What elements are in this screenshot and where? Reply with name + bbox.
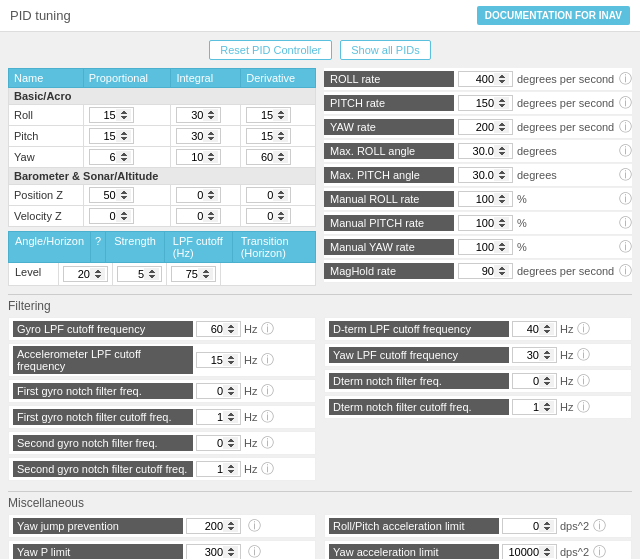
yaw-p-limit-info-icon[interactable]: ⓘ bbox=[248, 543, 261, 559]
filter-row-yaw-lpf: Yaw LPF cutoff frequency Hz ⓘ bbox=[324, 343, 632, 367]
yaw-p-input[interactable] bbox=[89, 149, 134, 165]
dterm-notch-cutoff-unit: Hz bbox=[560, 401, 573, 413]
gyro-lpf-info-icon[interactable]: ⓘ bbox=[261, 320, 274, 338]
misc-left: Yaw jump prevention ⓘ Yaw P limit ⓘ Roll… bbox=[8, 514, 316, 559]
gyro-notch2-info-icon[interactable]: ⓘ bbox=[261, 434, 274, 452]
yaw-accel-limit-input[interactable] bbox=[502, 544, 557, 559]
accel-lpf-info-icon[interactable]: ⓘ bbox=[261, 351, 274, 369]
pitch-d-input[interactable] bbox=[246, 128, 291, 144]
max-roll-angle-unit: degrees bbox=[517, 145, 615, 157]
maghold-rate-input[interactable] bbox=[458, 263, 513, 279]
dterm-notch-cutoff-label: Dterm notch filter cutoff freq. bbox=[329, 399, 509, 415]
gyro-notch1-cutoff-info-icon[interactable]: ⓘ bbox=[261, 408, 274, 426]
pitch-i-input[interactable] bbox=[176, 128, 221, 144]
roll-rate-label: ROLL rate bbox=[324, 71, 454, 87]
yaw-accel-limit-info-icon[interactable]: ⓘ bbox=[593, 543, 606, 559]
velz-d-input[interactable] bbox=[246, 208, 291, 224]
dterm-notch-cutoff-info-icon[interactable]: ⓘ bbox=[577, 398, 590, 416]
strength-input[interactable] bbox=[63, 266, 108, 282]
gyro-lpf-input[interactable] bbox=[196, 321, 241, 337]
filter-row-gyro-notch1: First gyro notch filter freq. Hz ⓘ bbox=[8, 379, 316, 403]
manual-pitch-rate-info-icon[interactable]: ⓘ bbox=[619, 214, 632, 232]
table-row: Velocity Z bbox=[9, 206, 316, 227]
yaw-i-input[interactable] bbox=[176, 149, 221, 165]
manual-yaw-rate-info-icon[interactable]: ⓘ bbox=[619, 238, 632, 256]
manual-roll-rate-info-icon[interactable]: ⓘ bbox=[619, 190, 632, 208]
filtering-right: D-term LPF cutoff frequency Hz ⓘ Yaw LPF… bbox=[324, 317, 632, 483]
yaw-d-input[interactable] bbox=[246, 149, 291, 165]
misc-row-rp-accel-limit: Roll/Pitch acceleration limit dps^2 ⓘ bbox=[324, 514, 632, 538]
pitch-rate-input[interactable] bbox=[458, 95, 513, 111]
manual-yaw-rate-input[interactable] bbox=[458, 239, 513, 255]
yaw-jump-input[interactable] bbox=[186, 518, 241, 534]
posz-d-input[interactable] bbox=[246, 187, 291, 203]
section-barometer: Barometer & Sonar/Altitude bbox=[9, 168, 316, 185]
yaw-jump-info-icon[interactable]: ⓘ bbox=[248, 517, 261, 535]
velz-i-input[interactable] bbox=[176, 208, 221, 224]
rate-row-pitch: PITCH rate degrees per second ⓘ bbox=[324, 92, 632, 115]
gyro-notch2-unit: Hz bbox=[244, 437, 257, 449]
gyro-notch2-cutoff-info-icon[interactable]: ⓘ bbox=[261, 460, 274, 478]
gyro-notch2-cutoff-unit: Hz bbox=[244, 463, 257, 475]
gyro-notch2-label: Second gyro notch filter freq. bbox=[13, 435, 193, 451]
dterm-lpf-input[interactable] bbox=[512, 321, 557, 337]
rp-accel-limit-info-icon[interactable]: ⓘ bbox=[593, 517, 606, 535]
angle-horizon-help-icon[interactable]: ? bbox=[91, 231, 106, 263]
roll-rate-input[interactable] bbox=[458, 71, 513, 87]
manual-roll-rate-input[interactable] bbox=[458, 191, 513, 207]
gyro-notch1-cutoff-input[interactable] bbox=[196, 409, 241, 425]
doc-button[interactable]: DOCUMENTATION FOR INAV bbox=[477, 6, 630, 25]
manual-roll-rate-unit: % bbox=[517, 193, 615, 205]
lpf-input[interactable] bbox=[117, 266, 162, 282]
gyro-notch1-info-icon[interactable]: ⓘ bbox=[261, 382, 274, 400]
roll-p-input[interactable] bbox=[89, 107, 134, 123]
yaw-rate-input[interactable] bbox=[458, 119, 513, 135]
velz-p-input[interactable] bbox=[89, 208, 134, 224]
page-title: PID tuning bbox=[10, 8, 71, 23]
table-row: Pitch bbox=[9, 126, 316, 147]
top-bar: PID tuning DOCUMENTATION FOR INAV bbox=[0, 0, 640, 32]
max-pitch-angle-info-icon[interactable]: ⓘ bbox=[619, 166, 632, 184]
misc-row-yaw-jump: Yaw jump prevention ⓘ bbox=[8, 514, 316, 538]
dterm-notch-cutoff-input[interactable] bbox=[512, 399, 557, 415]
filter-row-gyro-lpf: Gyro LPF cutoff frequency Hz ⓘ bbox=[8, 317, 316, 341]
transition-input[interactable] bbox=[171, 266, 216, 282]
max-roll-angle-info-icon[interactable]: ⓘ bbox=[619, 142, 632, 160]
posz-p-input[interactable] bbox=[89, 187, 134, 203]
gyro-notch1-input[interactable] bbox=[196, 383, 241, 399]
filter-row-gyro-notch2: Second gyro notch filter freq. Hz ⓘ bbox=[8, 431, 316, 455]
yaw-lpf-info-icon[interactable]: ⓘ bbox=[577, 346, 590, 364]
gyro-notch2-cutoff-input[interactable] bbox=[196, 461, 241, 477]
accel-lpf-input[interactable] bbox=[196, 352, 241, 368]
table-row: Roll bbox=[9, 105, 316, 126]
accel-lpf-unit: Hz bbox=[244, 354, 257, 366]
yaw-lpf-label: Yaw LPF cutoff frequency bbox=[329, 347, 509, 363]
misc-row-yaw-p-limit: Yaw P limit ⓘ bbox=[8, 540, 316, 559]
roll-i-input[interactable] bbox=[176, 107, 221, 123]
dterm-lpf-info-icon[interactable]: ⓘ bbox=[577, 320, 590, 338]
maghold-rate-info-icon[interactable]: ⓘ bbox=[619, 262, 632, 280]
max-pitch-angle-input[interactable] bbox=[458, 167, 513, 183]
dterm-notch-info-icon[interactable]: ⓘ bbox=[577, 372, 590, 390]
show-all-pids-button[interactable]: Show all PIDs bbox=[340, 40, 430, 60]
roll-d-input[interactable] bbox=[246, 107, 291, 123]
misc-row-yaw-accel-limit: Yaw acceleration limit dps^2 ⓘ bbox=[324, 540, 632, 559]
pitch-p-input[interactable] bbox=[89, 128, 134, 144]
rp-accel-limit-unit: dps^2 bbox=[560, 520, 589, 532]
dterm-notch-input[interactable] bbox=[512, 373, 557, 389]
rp-accel-limit-input[interactable] bbox=[502, 518, 557, 534]
yaw-lpf-input[interactable] bbox=[512, 347, 557, 363]
reset-pid-button[interactable]: Reset PID Controller bbox=[209, 40, 332, 60]
gyro-notch2-input[interactable] bbox=[196, 435, 241, 451]
yaw-p-limit-label: Yaw P limit bbox=[13, 544, 183, 559]
gyro-notch1-unit: Hz bbox=[244, 385, 257, 397]
yaw-p-limit-input[interactable] bbox=[186, 544, 241, 559]
roll-rate-info-icon[interactable]: ⓘ bbox=[619, 70, 632, 88]
max-roll-angle-input[interactable] bbox=[458, 143, 513, 159]
posz-i-input[interactable] bbox=[176, 187, 221, 203]
manual-pitch-rate-input[interactable] bbox=[458, 215, 513, 231]
dterm-notch-unit: Hz bbox=[560, 375, 573, 387]
pitch-rate-info-icon[interactable]: ⓘ bbox=[619, 94, 632, 112]
yaw-rate-info-icon[interactable]: ⓘ bbox=[619, 118, 632, 136]
col-header-derivative: Derivative bbox=[241, 69, 316, 88]
